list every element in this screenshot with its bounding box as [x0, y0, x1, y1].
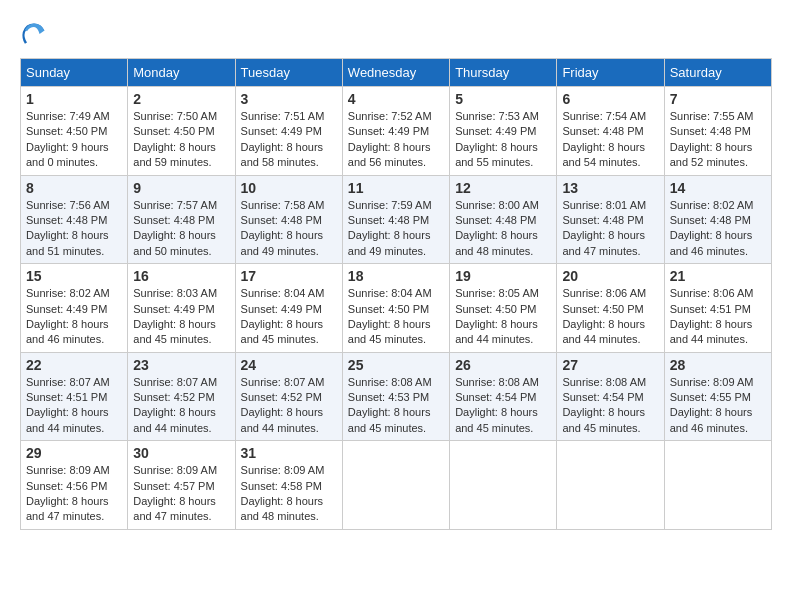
calendar-week-row: 15 Sunrise: 8:02 AM Sunset: 4:49 PM Dayl…	[21, 264, 772, 353]
calendar-day-cell: 8 Sunrise: 7:56 AM Sunset: 4:48 PM Dayli…	[21, 175, 128, 264]
day-number: 8	[26, 180, 122, 196]
day-number: 18	[348, 268, 444, 284]
header-tuesday: Tuesday	[235, 59, 342, 87]
calendar-day-cell: 17 Sunrise: 8:04 AM Sunset: 4:49 PM Dayl…	[235, 264, 342, 353]
calendar-week-row: 8 Sunrise: 7:56 AM Sunset: 4:48 PM Dayli…	[21, 175, 772, 264]
day-info: Sunrise: 8:06 AM Sunset: 4:51 PM Dayligh…	[670, 286, 766, 348]
day-info: Sunrise: 7:59 AM Sunset: 4:48 PM Dayligh…	[348, 198, 444, 260]
day-info: Sunrise: 8:02 AM Sunset: 4:48 PM Dayligh…	[670, 198, 766, 260]
calendar-day-cell: 4 Sunrise: 7:52 AM Sunset: 4:49 PM Dayli…	[342, 87, 449, 176]
day-number: 24	[241, 357, 337, 373]
calendar-day-cell: 19 Sunrise: 8:05 AM Sunset: 4:50 PM Dayl…	[450, 264, 557, 353]
day-number: 3	[241, 91, 337, 107]
day-info: Sunrise: 7:56 AM Sunset: 4:48 PM Dayligh…	[26, 198, 122, 260]
day-number: 27	[562, 357, 658, 373]
calendar-day-cell: 3 Sunrise: 7:51 AM Sunset: 4:49 PM Dayli…	[235, 87, 342, 176]
day-number: 26	[455, 357, 551, 373]
day-info: Sunrise: 8:08 AM Sunset: 4:54 PM Dayligh…	[455, 375, 551, 437]
day-number: 31	[241, 445, 337, 461]
logo-icon	[20, 20, 48, 48]
day-info: Sunrise: 8:07 AM Sunset: 4:52 PM Dayligh…	[133, 375, 229, 437]
day-number: 21	[670, 268, 766, 284]
calendar-day-cell: 23 Sunrise: 8:07 AM Sunset: 4:52 PM Dayl…	[128, 352, 235, 441]
day-info: Sunrise: 8:09 AM Sunset: 4:55 PM Dayligh…	[670, 375, 766, 437]
calendar-day-cell: 27 Sunrise: 8:08 AM Sunset: 4:54 PM Dayl…	[557, 352, 664, 441]
day-number: 23	[133, 357, 229, 373]
empty-cell	[342, 441, 449, 530]
day-info: Sunrise: 8:01 AM Sunset: 4:48 PM Dayligh…	[562, 198, 658, 260]
day-info: Sunrise: 8:06 AM Sunset: 4:50 PM Dayligh…	[562, 286, 658, 348]
day-number: 5	[455, 91, 551, 107]
day-info: Sunrise: 8:07 AM Sunset: 4:51 PM Dayligh…	[26, 375, 122, 437]
day-number: 7	[670, 91, 766, 107]
calendar-day-cell: 9 Sunrise: 7:57 AM Sunset: 4:48 PM Dayli…	[128, 175, 235, 264]
day-info: Sunrise: 7:52 AM Sunset: 4:49 PM Dayligh…	[348, 109, 444, 171]
empty-cell	[557, 441, 664, 530]
day-info: Sunrise: 7:54 AM Sunset: 4:48 PM Dayligh…	[562, 109, 658, 171]
calendar-day-cell: 13 Sunrise: 8:01 AM Sunset: 4:48 PM Dayl…	[557, 175, 664, 264]
day-number: 28	[670, 357, 766, 373]
calendar-day-cell: 12 Sunrise: 8:00 AM Sunset: 4:48 PM Dayl…	[450, 175, 557, 264]
empty-cell	[450, 441, 557, 530]
header-friday: Friday	[557, 59, 664, 87]
day-info: Sunrise: 7:49 AM Sunset: 4:50 PM Dayligh…	[26, 109, 122, 171]
calendar-day-cell: 18 Sunrise: 8:04 AM Sunset: 4:50 PM Dayl…	[342, 264, 449, 353]
calendar-day-cell: 26 Sunrise: 8:08 AM Sunset: 4:54 PM Dayl…	[450, 352, 557, 441]
day-info: Sunrise: 8:05 AM Sunset: 4:50 PM Dayligh…	[455, 286, 551, 348]
day-number: 20	[562, 268, 658, 284]
day-number: 14	[670, 180, 766, 196]
day-number: 10	[241, 180, 337, 196]
calendar-day-cell: 7 Sunrise: 7:55 AM Sunset: 4:48 PM Dayli…	[664, 87, 771, 176]
header-monday: Monday	[128, 59, 235, 87]
calendar-day-cell: 1 Sunrise: 7:49 AM Sunset: 4:50 PM Dayli…	[21, 87, 128, 176]
day-number: 29	[26, 445, 122, 461]
calendar-day-cell: 6 Sunrise: 7:54 AM Sunset: 4:48 PM Dayli…	[557, 87, 664, 176]
day-number: 15	[26, 268, 122, 284]
day-info: Sunrise: 8:00 AM Sunset: 4:48 PM Dayligh…	[455, 198, 551, 260]
day-number: 6	[562, 91, 658, 107]
day-info: Sunrise: 8:04 AM Sunset: 4:50 PM Dayligh…	[348, 286, 444, 348]
header-sunday: Sunday	[21, 59, 128, 87]
calendar-day-cell: 25 Sunrise: 8:08 AM Sunset: 4:53 PM Dayl…	[342, 352, 449, 441]
header-saturday: Saturday	[664, 59, 771, 87]
day-info: Sunrise: 8:08 AM Sunset: 4:54 PM Dayligh…	[562, 375, 658, 437]
day-info: Sunrise: 8:09 AM Sunset: 4:58 PM Dayligh…	[241, 463, 337, 525]
day-number: 11	[348, 180, 444, 196]
calendar-day-cell: 28 Sunrise: 8:09 AM Sunset: 4:55 PM Dayl…	[664, 352, 771, 441]
calendar-day-cell: 15 Sunrise: 8:02 AM Sunset: 4:49 PM Dayl…	[21, 264, 128, 353]
day-info: Sunrise: 8:04 AM Sunset: 4:49 PM Dayligh…	[241, 286, 337, 348]
day-info: Sunrise: 7:51 AM Sunset: 4:49 PM Dayligh…	[241, 109, 337, 171]
calendar-day-cell: 14 Sunrise: 8:02 AM Sunset: 4:48 PM Dayl…	[664, 175, 771, 264]
day-info: Sunrise: 7:50 AM Sunset: 4:50 PM Dayligh…	[133, 109, 229, 171]
calendar-header-row: SundayMondayTuesdayWednesdayThursdayFrid…	[21, 59, 772, 87]
calendar-day-cell: 30 Sunrise: 8:09 AM Sunset: 4:57 PM Dayl…	[128, 441, 235, 530]
day-number: 13	[562, 180, 658, 196]
calendar-day-cell: 10 Sunrise: 7:58 AM Sunset: 4:48 PM Dayl…	[235, 175, 342, 264]
calendar-week-row: 1 Sunrise: 7:49 AM Sunset: 4:50 PM Dayli…	[21, 87, 772, 176]
day-info: Sunrise: 8:03 AM Sunset: 4:49 PM Dayligh…	[133, 286, 229, 348]
calendar-day-cell: 11 Sunrise: 7:59 AM Sunset: 4:48 PM Dayl…	[342, 175, 449, 264]
day-info: Sunrise: 8:07 AM Sunset: 4:52 PM Dayligh…	[241, 375, 337, 437]
day-info: Sunrise: 8:08 AM Sunset: 4:53 PM Dayligh…	[348, 375, 444, 437]
day-number: 4	[348, 91, 444, 107]
calendar-day-cell: 21 Sunrise: 8:06 AM Sunset: 4:51 PM Dayl…	[664, 264, 771, 353]
calendar-day-cell: 24 Sunrise: 8:07 AM Sunset: 4:52 PM Dayl…	[235, 352, 342, 441]
day-info: Sunrise: 7:57 AM Sunset: 4:48 PM Dayligh…	[133, 198, 229, 260]
day-info: Sunrise: 7:53 AM Sunset: 4:49 PM Dayligh…	[455, 109, 551, 171]
calendar-week-row: 22 Sunrise: 8:07 AM Sunset: 4:51 PM Dayl…	[21, 352, 772, 441]
calendar-day-cell: 2 Sunrise: 7:50 AM Sunset: 4:50 PM Dayli…	[128, 87, 235, 176]
day-number: 1	[26, 91, 122, 107]
calendar-day-cell: 5 Sunrise: 7:53 AM Sunset: 4:49 PM Dayli…	[450, 87, 557, 176]
empty-cell	[664, 441, 771, 530]
calendar-week-row: 29 Sunrise: 8:09 AM Sunset: 4:56 PM Dayl…	[21, 441, 772, 530]
day-info: Sunrise: 8:09 AM Sunset: 4:56 PM Dayligh…	[26, 463, 122, 525]
calendar-day-cell: 20 Sunrise: 8:06 AM Sunset: 4:50 PM Dayl…	[557, 264, 664, 353]
day-number: 12	[455, 180, 551, 196]
day-number: 22	[26, 357, 122, 373]
calendar-day-cell: 16 Sunrise: 8:03 AM Sunset: 4:49 PM Dayl…	[128, 264, 235, 353]
day-number: 19	[455, 268, 551, 284]
day-number: 2	[133, 91, 229, 107]
day-number: 30	[133, 445, 229, 461]
header-wednesday: Wednesday	[342, 59, 449, 87]
day-number: 9	[133, 180, 229, 196]
